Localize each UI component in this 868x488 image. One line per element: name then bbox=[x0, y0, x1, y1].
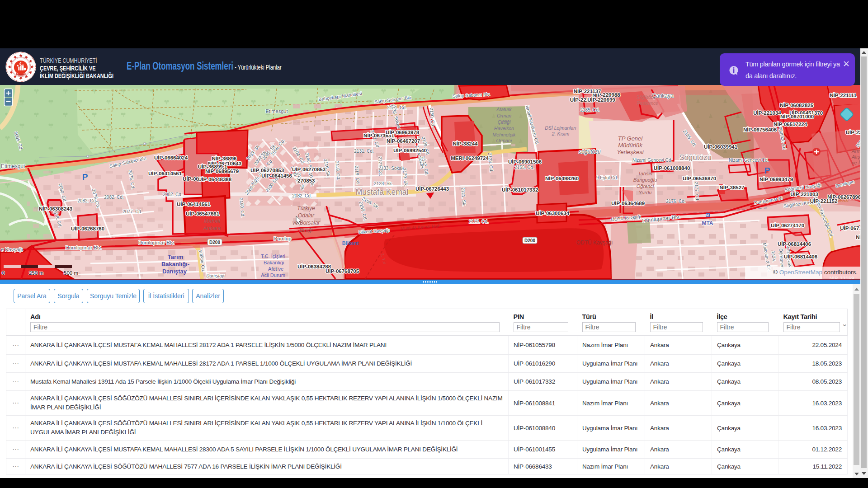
svg-text:Çiftliği: Çiftliği bbox=[498, 119, 511, 125]
svg-text:Türkiye: Türkiye bbox=[297, 205, 315, 211]
svg-text:Dumlupınar Blv.: Dumlupınar Blv. bbox=[138, 240, 175, 245]
svg-text:NİP-06082825: NİP-06082825 bbox=[780, 103, 814, 108]
svg-text:2. Kısım: 2. Kısım bbox=[552, 131, 570, 136]
svg-text:NİP-06993479: NİP-06993479 bbox=[760, 177, 793, 182]
svg-text:UİP-220699: UİP-220699 bbox=[587, 97, 615, 103]
svg-text:1424.: 1424. bbox=[771, 251, 777, 263]
svg-text:Etimesgut: Etimesgut bbox=[266, 108, 288, 114]
svg-text:UİP-06270853: UİP-06270853 bbox=[250, 168, 284, 173]
svg-text:Tarım: Tarım bbox=[168, 253, 183, 260]
svg-text:P: P bbox=[82, 172, 88, 182]
svg-text:NİP-221137: NİP-221137 bbox=[574, 89, 601, 94]
svg-text:Etimesgut: Etimesgut bbox=[1, 163, 25, 169]
svg-text:© OpenStreetMap contributors.: © OpenStreetMap contributors. bbox=[773, 269, 858, 276]
svg-text:D200: D200 bbox=[524, 238, 535, 243]
svg-text:UİP-06268760: UİP-06268760 bbox=[71, 226, 104, 231]
svg-text:2155. Cd.: 2155. Cd. bbox=[514, 165, 534, 170]
svg-text:UİP-06992540: UİP-06992540 bbox=[393, 148, 427, 153]
svg-text:UİP-06664024: UİP-06664024 bbox=[154, 155, 188, 160]
svg-text:NİP-38244: NİP-38244 bbox=[453, 141, 478, 146]
svg-text:UİP-221034: UİP-221034 bbox=[753, 110, 781, 116]
svg-text:UİP-06726443: UİP-06726443 bbox=[415, 186, 449, 192]
svg-text:UİP-06768705: UİP-06768705 bbox=[326, 268, 359, 274]
svg-text:NİP-221111: NİP-221111 bbox=[830, 93, 857, 98]
svg-text:9 Eylül Cd.: 9 Eylül Cd. bbox=[596, 175, 618, 180]
svg-text:Orman: Orman bbox=[497, 113, 511, 118]
svg-text:Odalar: Odalar bbox=[298, 212, 315, 219]
svg-text:Danıştay: Danıştay bbox=[206, 273, 224, 278]
svg-text:T.C. İçişleri: T.C. İçişleri bbox=[261, 253, 285, 259]
svg-text:UİP-221003: UİP-221003 bbox=[790, 192, 818, 197]
svg-text:ve Borsalar: ve Borsalar bbox=[292, 220, 321, 226]
svg-text:Alışve: Alışve bbox=[851, 154, 861, 160]
svg-text:2122. Cd.: 2122. Cd. bbox=[469, 219, 488, 224]
svg-text:UİP-0641456: UİP-0641456 bbox=[261, 173, 292, 178]
svg-text:NİP-06756406: NİP-06756406 bbox=[743, 127, 777, 132]
svg-text:NİP-06701000: NİP-06701000 bbox=[780, 114, 814, 119]
svg-text:2127. Cd.: 2127. Cd. bbox=[377, 156, 383, 176]
svg-text:Bakanlığı-: Bakanlığı- bbox=[161, 261, 189, 267]
svg-text:UİP-221152: UİP-221152 bbox=[810, 198, 838, 204]
svg-text:UİP-06547661: UİP-06547661 bbox=[186, 211, 220, 216]
svg-text:Ankara: Ankara bbox=[203, 225, 221, 231]
svg-text:2082. Cd.: 2082. Cd. bbox=[104, 195, 123, 200]
svg-text:2128. Sk.: 2128. Sk. bbox=[374, 181, 393, 186]
svg-text:M: M bbox=[706, 214, 709, 217]
svg-text:UİP-067184: UİP-067184 bbox=[840, 225, 861, 231]
svg-text:Mahall: Mahall bbox=[204, 218, 220, 225]
svg-text:UİP-061017332: UİP-061017332 bbox=[502, 187, 538, 192]
svg-text:söğütözü: söğütözü bbox=[579, 149, 601, 155]
svg-text:Banguoğlu: Banguoğlu bbox=[633, 177, 657, 183]
svg-text:MTA: MTA bbox=[702, 220, 713, 226]
svg-text:Acil Durum: Acil Durum bbox=[261, 272, 285, 278]
svg-text:270853: 270853 bbox=[297, 178, 315, 183]
svg-text:Müdürlük: Müdürlük bbox=[618, 142, 643, 149]
svg-text:UİP-06274170: UİP-06274170 bbox=[771, 223, 804, 228]
svg-text:UİP-06814406: UİP-06814406 bbox=[784, 254, 817, 259]
svg-text:2077. Cd.: 2077. Cd. bbox=[123, 209, 142, 214]
svg-text:Bakanlığı: Bakanlığı bbox=[264, 260, 284, 265]
svg-text:2177. Cd.: 2177. Cd. bbox=[694, 182, 700, 202]
svg-text:Tahsin: Tahsin bbox=[638, 171, 652, 176]
svg-text:2185. Cd.: 2185. Cd. bbox=[580, 108, 599, 113]
svg-text:Öğrenci: Öğrenci bbox=[637, 183, 654, 189]
svg-text:Söğütözü: Söğütözü bbox=[637, 95, 656, 100]
svg-text:UİP-06039941: UİP-06039941 bbox=[704, 144, 738, 150]
svg-text:DSİ Lojmanları: DSİ Lojmanları bbox=[545, 125, 576, 131]
svg-text:NİP-06498260: NİP-06498260 bbox=[545, 176, 579, 181]
svg-text:Yerleşkesi: Yerleşkesi bbox=[617, 149, 644, 155]
svg-text:2131. Cd.: 2131. Cd. bbox=[354, 149, 373, 154]
svg-text:NİP-06895679: NİP-06895679 bbox=[205, 169, 239, 174]
svg-text:UİP-06814406: UİP-06814406 bbox=[778, 241, 811, 247]
svg-text:Havelson: Havelson bbox=[494, 126, 514, 131]
svg-text:Dumlup: Dumlup bbox=[274, 236, 292, 241]
svg-text:Afet ve: Afet ve bbox=[268, 266, 283, 272]
svg-text:Dumlupınar Blv.: Dumlupınar Blv. bbox=[66, 245, 102, 250]
svg-text:NİP-06467207: NİP-06467207 bbox=[387, 138, 420, 144]
svg-text:2176. Cd.: 2176. Cd. bbox=[666, 199, 685, 204]
svg-text:500 m: 500 m bbox=[64, 270, 78, 276]
svg-text:2082. Cd.: 2082. Cd. bbox=[163, 192, 182, 197]
svg-text:UİP-2206: UİP-2206 bbox=[846, 130, 861, 135]
svg-text:TP Genel: TP Genel bbox=[618, 135, 643, 142]
svg-text:NİP-06308243: NİP-06308243 bbox=[39, 206, 72, 211]
svg-text:UİP-061008840: UİP-061008840 bbox=[654, 165, 690, 171]
svg-text:250 m: 250 m bbox=[29, 270, 43, 276]
svg-text:UİP-06364689: UİP-06364689 bbox=[611, 201, 645, 206]
svg-text:Birliği: Birliği bbox=[299, 227, 313, 233]
svg-text:0: 0 bbox=[2, 270, 5, 276]
svg-text:Residence: Residence bbox=[637, 101, 658, 106]
svg-text:Ataturk: Ataturk bbox=[496, 107, 512, 112]
svg-text:Ormanı: Ormanı bbox=[496, 138, 512, 143]
svg-text:UİP-06448388: UİP-06448388 bbox=[198, 177, 232, 182]
svg-text:Mehmetçik: Mehmetçik bbox=[493, 132, 516, 137]
svg-text:Söğütözü: Söğütözü bbox=[679, 153, 712, 162]
svg-text:UİP-06270853: UİP-06270853 bbox=[292, 167, 326, 172]
svg-text:D200: D200 bbox=[209, 240, 220, 245]
svg-text:Mustafa Kemal: Mustafa Kemal bbox=[356, 188, 409, 197]
svg-text:UİP-06963978: UİP-06963978 bbox=[386, 130, 420, 135]
svg-text:UİP-06901506: UİP-06901506 bbox=[508, 159, 542, 164]
svg-text:e Kavşağı: e Kavşağı bbox=[1, 247, 23, 252]
svg-text:Arma: Arma bbox=[851, 148, 861, 154]
svg-text:MERI-06249724: MERI-06249724 bbox=[451, 155, 489, 161]
